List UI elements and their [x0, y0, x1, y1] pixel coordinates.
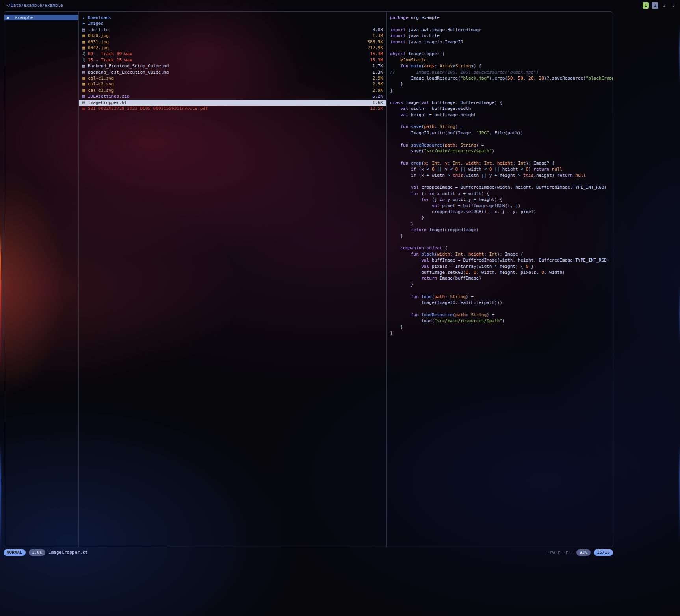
code-line: Image.loadResource("black.jpg").crop(50,…: [390, 75, 613, 81]
wallpaper-left-glow: [0, 0, 1, 616]
tab-2[interactable]: 2: [661, 2, 668, 8]
tab-bar: 1123: [643, 2, 677, 8]
markdown-icon: ▤: [82, 69, 88, 75]
file-row[interactable]: ♫09 - Track 09.wav15.3M: [79, 51, 386, 57]
file-row[interactable]: ▦0031.jpg586.3K: [79, 39, 386, 45]
file-name: IDEAsettings.zip: [88, 93, 130, 99]
code-line: import java.awt.image.BufferedImage: [390, 27, 613, 33]
file-name: 0028.jpg: [88, 33, 109, 39]
preview-pane: package org.example import java.awt.imag…: [387, 12, 613, 547]
file-size: 2.9K: [370, 87, 383, 93]
code-line: }: [390, 215, 613, 221]
image-icon: ▦: [82, 81, 88, 87]
code-line: val buffImage = BufferedImage(width, hei…: [390, 257, 613, 263]
file-row[interactable]: ▤Backend_Test_Execution_Guide.md1.3K: [79, 69, 386, 75]
file-name: Downloads: [88, 15, 111, 20]
image-icon: ▦: [82, 87, 88, 93]
file-name: cal-c2.svg: [88, 81, 114, 87]
file-size: 586.3K: [364, 39, 383, 45]
parent-pane: ▰ example: [4, 12, 78, 547]
file-size: 212.9K: [364, 45, 383, 51]
status-bar: NORMAL 1.6K ImageCropper.kt -rw-r--r-- 9…: [4, 549, 613, 556]
file-row[interactable]: ▦cal-c3.svg2.9K: [79, 87, 386, 93]
code-line: return Image(buffImage): [390, 275, 613, 281]
file-size: 1.3M: [370, 33, 383, 39]
code-line: object ImageCropper {: [390, 51, 613, 57]
file-size: 15.3M: [367, 57, 383, 63]
code-line: [390, 178, 613, 184]
file-row[interactable]: ▦cal-c2.svg2.9K: [79, 81, 386, 87]
file-name: Backend_Frontend_Setup_Guide.md: [88, 63, 169, 69]
file-row[interactable]: ▦0042.jpg212.9K: [79, 45, 386, 51]
code-line: load("src/main/resources/$path"): [390, 318, 613, 324]
mode-badge: NORMAL: [4, 549, 26, 555]
file-row[interactable]: ▤ImageCropper.kt1.6K: [79, 100, 386, 106]
code-line: [390, 118, 613, 124]
code-line: package org.example: [390, 15, 613, 20]
code-line: [390, 154, 613, 160]
code-line: fun loadResource(path: String) =: [390, 312, 613, 318]
file-size: 1.7K: [370, 63, 383, 69]
code-line: [390, 45, 613, 51]
folder-icon: ▰: [7, 15, 12, 20]
parent-dir-item[interactable]: ▰ example: [4, 15, 78, 20]
code-line: [390, 288, 613, 293]
scroll-percent-badge: 93%: [576, 549, 591, 555]
file-row[interactable]: ▥SBI_0032013739_2023_DE05_0003155631Invo…: [79, 106, 386, 111]
file-size: 0.0B: [370, 27, 383, 33]
image-icon: ▦: [82, 75, 88, 81]
code-line: val height = buffImage.height: [390, 112, 613, 118]
file-name: Images: [88, 20, 104, 26]
file-name: 09 - Track 09.wav: [88, 51, 132, 57]
code-line: val pixel = buffImage.getRGB(i, j): [390, 203, 613, 209]
file-row[interactable]: ▦cal-c1.svg2.9K: [79, 75, 386, 81]
file-row[interactable]: ▤.dotfile0.0B: [79, 27, 386, 33]
file-row[interactable]: ▧IDEAsettings.zip5.2K: [79, 93, 386, 99]
file-size: 5.2K: [370, 93, 383, 99]
tab-1[interactable]: 1: [643, 2, 649, 8]
file-manager-panes: ▰ example ↧Downloads▰Images▤.dotfile0.0B…: [4, 11, 613, 547]
code-line: croppedImage.setRGB(i - x, j - y, pixel): [390, 209, 613, 215]
status-left-group: NORMAL 1.6K ImageCropper.kt: [4, 549, 88, 555]
tab-1[interactable]: 1: [652, 2, 658, 8]
code-line: }: [390, 324, 613, 330]
code-line: import java.io.File: [390, 33, 613, 39]
file-row[interactable]: ↧Downloads: [79, 15, 386, 20]
code-line: save("src/main/resources/$path"): [390, 148, 613, 154]
code-line: return Image(croppedImage): [390, 227, 613, 233]
code-line: [390, 20, 613, 26]
code-line: for (i in x until x + width) {: [390, 191, 613, 197]
file-row[interactable]: ▰Images: [79, 20, 386, 26]
code-line: [390, 239, 613, 245]
cursor-position-badge: 15/16: [594, 549, 613, 555]
file-name: 0031.jpg: [88, 39, 109, 45]
file-name: .dotfile: [88, 27, 109, 33]
file-name: SBI_0032013739_2023_DE05_0003155631Invoi…: [88, 106, 208, 111]
folder-icon: ▰: [82, 20, 88, 26]
file-size: 12.5K: [367, 106, 383, 111]
image-icon: ▦: [82, 39, 88, 45]
code-line: }: [390, 81, 613, 87]
tab-3[interactable]: 3: [670, 2, 677, 8]
file-size: 1.3K: [370, 69, 383, 75]
code-line: }: [390, 233, 613, 239]
code-line: if (x < 0 || y < 0 || width < 0 || heigh…: [390, 166, 613, 172]
code-line: Image(ImageIO.read(File(path))): [390, 300, 613, 306]
code-line: [390, 306, 613, 312]
archive-icon: ▧: [82, 93, 88, 99]
file-icon: ▤: [82, 27, 88, 33]
code-line: fun saveResource(path: String) =: [390, 142, 613, 148]
code-line: [390, 93, 613, 99]
breadcrumb-path: ~/Data/example/example: [6, 2, 63, 8]
audio-icon: ♫: [82, 57, 88, 63]
download-folder-icon: ↧: [82, 15, 88, 20]
permissions-text: -rw-r--r--: [547, 549, 573, 555]
file-row[interactable]: ♫15 - Track 15.wav15.3M: [79, 57, 386, 63]
code-line: [390, 136, 613, 142]
file-row[interactable]: ▤Backend_Frontend_Setup_Guide.md1.7K: [79, 63, 386, 69]
file-name: Backend_Test_Execution_Guide.md: [88, 69, 169, 75]
file-row[interactable]: ▦0028.jpg1.3M: [79, 33, 386, 39]
code-line: fun main(args: Array<String>) {: [390, 63, 613, 69]
status-right-group: -rw-r--r-- 93% 15/16: [547, 549, 613, 555]
code-line: // Image.black(100, 100).saveResource("b…: [390, 69, 613, 75]
